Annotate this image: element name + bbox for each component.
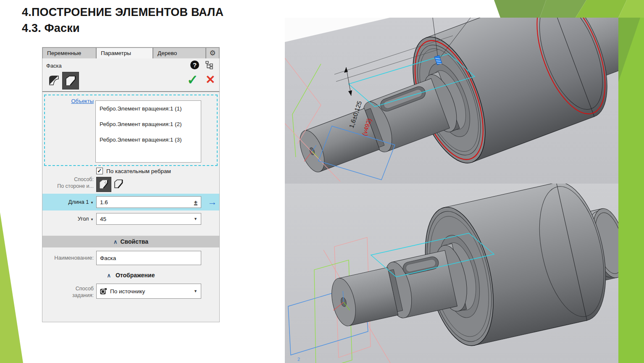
parameters-panel: Переменные Параметры Дерево ⚙ Фаска ? (42, 47, 220, 322)
angle-label[interactable]: Угол ▼ (42, 216, 94, 222)
name-label: Наименование: (42, 255, 94, 261)
plane-label: 2 (297, 357, 300, 362)
chevron-down-icon: ▼ (194, 289, 197, 293)
chevron-down-icon: ▼ (90, 218, 94, 221)
structure-button[interactable] (205, 61, 214, 69)
display-section-header[interactable]: ∧ Отображение (42, 272, 219, 279)
chevron-down-icon: ▼ (90, 201, 94, 205)
length-input[interactable]: 1.6 ± (96, 196, 201, 208)
method-side-length-icon (98, 179, 109, 190)
chamfer-mode-smooth-button[interactable] (46, 72, 62, 89)
chamfer-smooth-icon (47, 74, 60, 87)
title-line-1: 4.ПОСТРОЕНИЕ ЭЛЕМЕНТОВ ВАЛА (22, 4, 223, 20)
assign-method-label: Способ задания: (42, 285, 94, 299)
method-side-length-button[interactable] (96, 177, 111, 192)
list-item[interactable]: Ребро.Элемент вращения:1 (3) (96, 132, 201, 147)
method-two-lengths-icon (113, 179, 124, 189)
length-label[interactable]: Длина 1 ▼ (42, 199, 94, 205)
panel-divider (42, 91, 219, 92)
name-input[interactable]: Фаска (96, 251, 201, 265)
tangent-edges-checkbox[interactable]: ✓ (96, 168, 103, 174)
operation-name: Фаска (46, 63, 62, 69)
help-icon: ? (193, 61, 197, 68)
method-label: Способ: По стороне и... (42, 176, 94, 189)
angle-dropdown[interactable]: 45 ▼ (96, 213, 201, 225)
close-icon: ✕ (205, 73, 215, 86)
panel-tabbar: Переменные Параметры Дерево ⚙ (42, 47, 219, 58)
chamfer-mode-flat-button[interactable] (62, 72, 79, 89)
tab-tree[interactable]: Дерево (153, 47, 206, 58)
objects-listbox[interactable]: Ребро.Элемент вращения:1 (1) Ребро.Элеме… (95, 100, 201, 163)
objects-link[interactable]: Объекты (50, 98, 94, 104)
list-item[interactable]: Ребро.Элемент вращения:1 (2) (96, 116, 201, 132)
gear-icon: ⚙ (209, 49, 216, 58)
collapse-icon: ∧ (113, 239, 118, 245)
chevron-down-icon: ▼ (194, 217, 197, 221)
slide: 4.ПОСТРОЕНИЕ ЭЛЕМЕНТОВ ВАЛА 4.3. Фаски П… (0, 0, 644, 363)
tab-parameters[interactable]: Параметры (96, 47, 153, 58)
chamfer-flat-icon (64, 74, 77, 87)
method-two-lengths-button[interactable] (112, 178, 125, 190)
title-line-2: 4.3. Фаски (22, 20, 223, 36)
tab-settings[interactable]: ⚙ (206, 47, 219, 58)
check-icon: ✓ (187, 72, 198, 87)
plusminus-icon[interactable]: ± (194, 199, 197, 206)
checkbox-check-icon: ✓ (97, 168, 102, 174)
properties-section-header[interactable]: ∧ Свойства (42, 236, 219, 247)
collapse-icon: ∧ (107, 272, 111, 279)
assign-method-dropdown[interactable]: По источнику ▼ (96, 284, 201, 299)
help-button[interactable]: ? (190, 60, 199, 69)
tab-variables[interactable]: Переменные (42, 47, 96, 58)
viewport-3d-result[interactable]: 2 (285, 184, 618, 363)
cancel-button[interactable]: ✕ (205, 73, 215, 87)
tangent-edges-row: ✓ По касательным ребрам (96, 168, 171, 174)
slide-title: 4.ПОСТРОЕНИЕ ЭЛЕМЕНТОВ ВАЛА 4.3. Фаски (22, 4, 223, 36)
viewport-3d-selected[interactable]: 1,6±0,125 (v492) (285, 18, 618, 184)
tree-icon (205, 61, 214, 69)
apply-button[interactable]: ✓ (187, 72, 198, 88)
list-item[interactable]: Ребро.Элемент вращения:1 (1) (96, 101, 201, 116)
by-source-icon (100, 288, 107, 295)
tangent-edges-label: По касательным ребрам (106, 168, 171, 174)
next-step-button[interactable]: → (205, 194, 219, 210)
arrow-right-icon: → (208, 197, 217, 208)
